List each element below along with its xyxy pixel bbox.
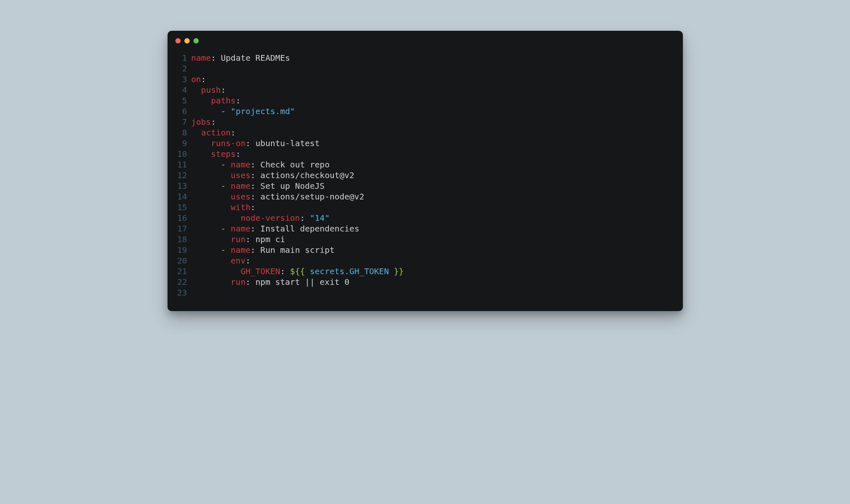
token: : [231,128,236,137]
token: : [280,266,290,276]
code-line: 18 run: npm ci [168,234,683,245]
line-content: action: [191,127,236,138]
token [191,181,221,191]
line-number: 7 [168,117,191,127]
token: : [250,192,260,202]
token [191,170,231,180]
token: npm ci [255,234,285,244]
line-content: run: npm ci [191,234,285,245]
line-content: - name: Check out repo [191,159,330,170]
token: Check out repo [260,160,330,170]
line-number: 20 [168,255,191,266]
code-line: 9 runs-on: ubuntu-latest [168,138,683,149]
line-number: 1 [168,53,191,63]
token: - [221,181,226,191]
token: jobs [191,117,211,127]
line-content: - name: Run main script [191,245,335,255]
code-line: 21 GH_TOKEN: ${{ secrets.GH_TOKEN }} [168,266,683,277]
code-line: 14 uses: actions/setup-node@v2 [168,191,683,202]
token: - [221,106,226,116]
token: push [201,85,221,95]
token: : [236,96,241,105]
code-line: 8 action: [168,127,683,138]
token: actions/checkout@v2 [260,170,354,180]
line-content: name: Update READMEs [191,53,290,63]
token: action [201,128,231,137]
line-number: 4 [168,85,191,95]
token: name [231,245,250,255]
token: run [231,234,246,244]
token [191,128,201,137]
token: : [250,245,260,255]
line-content: - name: Set up NodeJS [191,181,325,191]
line-content: node-version: "14" [191,213,330,223]
minimize-icon[interactable] [184,38,190,44]
token: : [211,53,221,63]
line-number: 21 [168,266,191,277]
token: : [250,170,260,180]
line-number: 9 [168,138,191,149]
token [226,245,231,255]
token [191,138,211,148]
line-content: uses: actions/setup-node@v2 [191,191,364,202]
line-content: env: [191,255,251,266]
code-line: 11 - name: Check out repo [168,159,683,170]
token: : [211,117,216,127]
token: run [231,277,246,287]
token: Set up NodeJS [260,181,325,191]
token [191,85,201,95]
line-content: push: [191,85,226,95]
token: Run main script [260,245,335,255]
line-number: 15 [168,202,191,213]
line-number: 3 [168,74,191,85]
token: "14" [310,213,330,223]
code-line: 4 push: [168,85,683,95]
line-content: on: [191,74,206,85]
token: : [246,256,250,266]
line-content: run: npm start || exit 0 [191,277,349,287]
titlebar [168,31,683,44]
token [191,213,241,223]
code-line: 20 env: [168,255,683,266]
code-line: 22 run: npm start || exit 0 [168,277,683,287]
line-number: 10 [168,149,191,159]
line-number: 17 [168,223,191,234]
line-number: 5 [168,95,191,106]
line-number: 22 [168,277,191,287]
token: name [231,224,250,234]
token: "projects.md" [231,106,295,116]
code-line: 12 uses: actions/checkout@v2 [168,170,683,181]
token: : [246,234,255,244]
line-number: 19 [168,245,191,255]
token: : [236,149,241,159]
line-number: 12 [168,170,191,181]
zoom-icon[interactable] [193,38,199,44]
code-line: 10 steps: [168,149,683,159]
token [191,224,221,234]
code-line: 6 - "projects.md" [168,106,683,117]
token: on [191,74,201,84]
code-line: 15 with: [168,202,683,213]
token [191,192,231,202]
line-number: 13 [168,181,191,191]
code-line: 2 [168,63,683,74]
line-number: 14 [168,191,191,202]
line-number: 11 [168,159,191,170]
code-block: 1name: Update READMEs23on:4 push:5 paths… [168,44,683,298]
line-content: jobs: [191,117,216,127]
token [191,149,211,159]
token [191,234,231,244]
code-line: 13 - name: Set up NodeJS [168,181,683,191]
token [226,160,231,170]
token [191,160,221,170]
token: name [231,181,250,191]
line-number: 6 [168,106,191,117]
token: : [250,202,255,212]
token: uses [231,170,250,180]
close-icon[interactable] [175,38,181,44]
code-line: 17 - name: Install dependencies [168,223,683,234]
token: Update READMEs [221,53,290,63]
token: uses [231,192,250,202]
token: name [231,160,250,170]
token: ${{ [290,266,305,276]
